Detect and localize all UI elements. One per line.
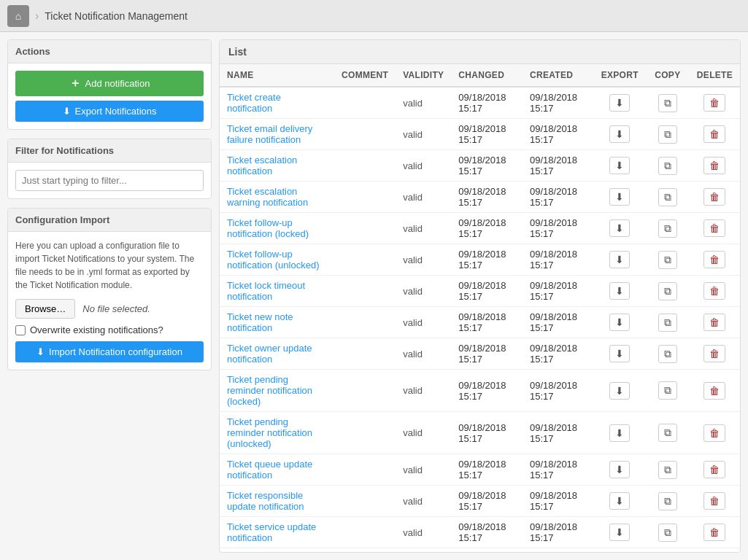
delete-row-button[interactable]: 🗑 (703, 424, 725, 442)
copy-row-button[interactable]: ⧉ (658, 424, 677, 442)
cell-name: Ticket queue update notification (220, 454, 334, 486)
delete-row-button[interactable]: 🗑 (703, 524, 725, 541)
delete-row-button[interactable]: 🗑 (703, 314, 725, 331)
cell-name: Ticket follow-up notification (locked) (220, 213, 334, 244)
filter-title: Filter for Notifications (8, 139, 211, 163)
cell-copy: ⧉ (646, 307, 690, 338)
actions-section: Actions ＋ Add notification ⬇ Export Noti… (7, 39, 212, 130)
cell-created: 09/18/2018 15:17 (523, 517, 594, 548)
export-row-button[interactable]: ⬇ (609, 94, 630, 112)
copy-row-button[interactable]: ⧉ (658, 524, 677, 542)
table-wrap: NAME COMMENT VALIDITY CHANGED CREATED EX… (220, 64, 740, 548)
export-row-button[interactable]: ⬇ (609, 125, 630, 143)
table-row: Ticket follow-up notification (locked) v… (220, 213, 740, 244)
overwrite-checkbox[interactable] (15, 325, 26, 335)
notification-link[interactable]: Ticket queue update notification (227, 459, 312, 481)
notification-link[interactable]: Ticket pending reminder notification (lo… (227, 374, 312, 407)
export-row-button[interactable]: ⬇ (609, 524, 630, 541)
export-row-button[interactable]: ⬇ (609, 188, 630, 206)
cell-copy: ⧉ (646, 454, 690, 486)
export-row-button[interactable]: ⬇ (609, 282, 630, 300)
delete-row-button[interactable]: 🗑 (703, 492, 725, 510)
delete-row-button[interactable]: 🗑 (703, 188, 725, 206)
delete-row-button[interactable]: 🗑 (703, 94, 725, 112)
export-notifications-button[interactable]: ⬇ Export Notifications (15, 101, 204, 122)
copy-row-button[interactable]: ⧉ (658, 157, 677, 175)
copy-row-button[interactable]: ⧉ (658, 282, 677, 300)
cell-changed: 09/18/2018 15:17 (451, 412, 523, 454)
notification-link[interactable]: Ticket pending reminder notification (un… (227, 416, 312, 449)
notification-link[interactable]: Ticket lock timeout notification (227, 280, 305, 302)
delete-row-button[interactable]: 🗑 (703, 382, 725, 400)
table-row: Ticket service update notification valid… (220, 517, 740, 548)
copy-row-button[interactable]: ⧉ (658, 94, 677, 112)
table-row: Ticket follow-up notification (unlocked)… (220, 244, 740, 276)
cell-name: Ticket owner update notification (220, 338, 334, 370)
notification-link[interactable]: Ticket new note notification (227, 311, 293, 333)
copy-row-button[interactable]: ⧉ (658, 492, 677, 510)
delete-row-button[interactable]: 🗑 (703, 345, 725, 362)
copy-row-button[interactable]: ⧉ (658, 188, 677, 206)
copy-row-button[interactable]: ⧉ (658, 314, 677, 332)
cell-comment (334, 213, 396, 244)
export-row-button[interactable]: ⬇ (609, 219, 630, 237)
cell-export: ⬇ (594, 307, 646, 338)
cell-copy: ⧉ (646, 338, 690, 370)
notification-link[interactable]: Ticket owner update notification (227, 343, 312, 365)
delete-row-button[interactable]: 🗑 (703, 157, 725, 174)
cell-comment (334, 307, 396, 338)
cell-copy: ⧉ (646, 213, 690, 244)
content-area: List NAME COMMENT VALIDITY CHANGED CREAT… (219, 39, 741, 553)
copy-row-button[interactable]: ⧉ (658, 345, 677, 363)
copy-row-button[interactable]: ⧉ (658, 219, 677, 238)
delete-row-button[interactable]: 🗑 (703, 251, 725, 268)
add-notification-button[interactable]: ＋ Add notification (15, 71, 204, 96)
delete-row-button[interactable]: 🗑 (703, 125, 725, 143)
notification-link[interactable]: Ticket service update notification (227, 521, 316, 543)
import-config-button[interactable]: ⬇ Import Notification configuration (15, 341, 204, 362)
notification-link[interactable]: Ticket responsible update notification (227, 490, 304, 512)
table-row: Ticket escalation warning notification v… (220, 182, 740, 213)
cell-created: 09/18/2018 15:17 (523, 307, 594, 338)
export-row-button[interactable]: ⬇ (609, 424, 630, 442)
notification-link[interactable]: Ticket create notification (227, 92, 281, 114)
cell-copy: ⧉ (646, 276, 690, 307)
cell-name: Ticket lock timeout notification (220, 276, 334, 307)
home-button[interactable]: ⌂ (7, 5, 29, 27)
cell-created: 09/18/2018 15:17 (523, 119, 594, 150)
delete-row-button[interactable]: 🗑 (703, 461, 725, 478)
cell-validity: valid (396, 244, 451, 276)
export-row-button[interactable]: ⬇ (609, 314, 630, 331)
config-description: Here you can upload a configuration file… (15, 239, 204, 292)
browse-button[interactable]: Browse… (15, 299, 75, 319)
cell-changed: 09/18/2018 15:17 (451, 486, 523, 517)
col-created: CREATED (523, 64, 594, 87)
notification-link[interactable]: Ticket follow-up notification (locked) (227, 217, 309, 239)
cell-comment (334, 412, 396, 454)
export-row-button[interactable]: ⬇ (609, 492, 630, 510)
notification-link[interactable]: Ticket escalation notification (227, 155, 297, 176)
cell-delete: 🗑 (690, 486, 740, 517)
export-row-button[interactable]: ⬇ (609, 382, 630, 400)
delete-row-button[interactable]: 🗑 (703, 219, 725, 237)
copy-row-button[interactable]: ⧉ (658, 381, 677, 400)
cell-comment (334, 119, 396, 150)
notification-link[interactable]: Ticket follow-up notification (unlocked) (227, 249, 319, 271)
cell-name: Ticket new note notification (220, 307, 334, 338)
copy-row-button[interactable]: ⧉ (658, 251, 677, 269)
cell-validity: valid (396, 338, 451, 370)
cell-created: 09/18/2018 15:17 (523, 182, 594, 213)
export-row-button[interactable]: ⬇ (609, 251, 630, 268)
filter-input[interactable] (15, 170, 204, 191)
export-icon: ⬇ (63, 106, 71, 117)
copy-row-button[interactable]: ⧉ (658, 461, 677, 479)
notification-link[interactable]: Ticket email delivery failure notificati… (227, 123, 312, 145)
copy-row-button[interactable]: ⧉ (658, 125, 677, 144)
export-row-button[interactable]: ⬇ (609, 345, 630, 362)
export-row-button[interactable]: ⬇ (609, 157, 630, 174)
browse-row: Browse… No file selected. (15, 299, 204, 319)
export-row-button[interactable]: ⬇ (609, 461, 630, 478)
delete-row-button[interactable]: 🗑 (703, 282, 725, 300)
cell-validity: valid (396, 412, 451, 454)
notification-link[interactable]: Ticket escalation warning notification (227, 186, 308, 208)
